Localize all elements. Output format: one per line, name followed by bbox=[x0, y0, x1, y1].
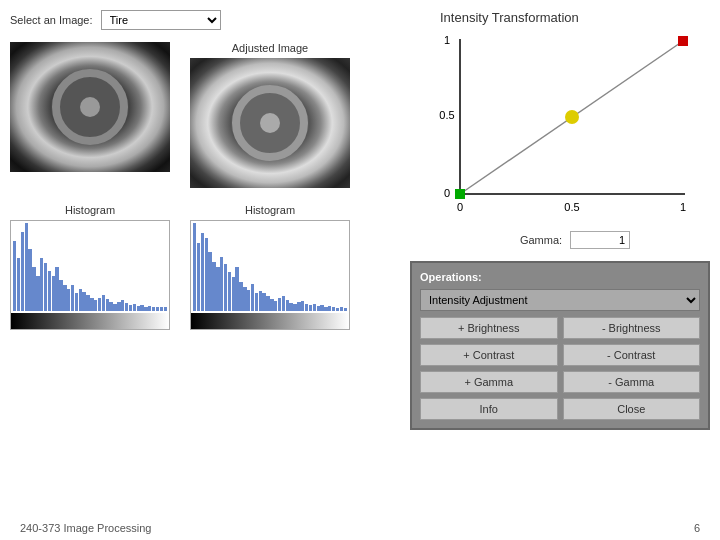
histogram-bar bbox=[201, 233, 204, 311]
histogram-bar bbox=[55, 267, 58, 311]
histogram-bar bbox=[67, 289, 70, 311]
operations-dropdown[interactable]: Intensity Adjustment Histogram Equalizat… bbox=[420, 289, 700, 311]
histogram1-label: Histogram bbox=[65, 204, 115, 216]
histogram-bar bbox=[336, 308, 339, 311]
histogram-bar bbox=[109, 302, 112, 311]
histogram-bar bbox=[52, 276, 55, 311]
histogram-bar bbox=[102, 295, 105, 311]
histogram-bar bbox=[317, 306, 320, 311]
histogram-bar bbox=[36, 276, 39, 311]
histogram-bar bbox=[297, 302, 300, 311]
close-button[interactable]: Close bbox=[563, 398, 701, 420]
histogram-bar bbox=[28, 249, 31, 311]
original-image-block bbox=[10, 42, 170, 172]
select-label: Select an Image: bbox=[10, 14, 93, 26]
histogram-bar bbox=[239, 282, 242, 311]
original-image bbox=[10, 42, 170, 172]
histogram-bar bbox=[160, 307, 163, 311]
histogram-bar bbox=[121, 300, 124, 311]
plus-contrast-button[interactable]: + Contrast bbox=[420, 344, 558, 366]
histogram-bar bbox=[113, 304, 116, 311]
histogram-bar bbox=[340, 307, 343, 311]
histograms-row: Histogram Histogram bbox=[10, 204, 400, 330]
histogram-bar bbox=[156, 307, 159, 311]
histogram-bar bbox=[247, 290, 250, 312]
adjusted-image-block: Adjusted Image bbox=[190, 42, 350, 188]
svg-rect-9 bbox=[455, 189, 465, 199]
histogram-bar bbox=[82, 292, 85, 311]
histogram1-area bbox=[10, 220, 170, 330]
histogram-bar bbox=[152, 307, 155, 311]
histogram-bar bbox=[259, 291, 262, 311]
minus-brightness-button[interactable]: - Brightness bbox=[563, 317, 701, 339]
histogram-bar bbox=[79, 289, 82, 311]
histogram-bar bbox=[90, 298, 93, 311]
histogram-bar bbox=[293, 304, 296, 311]
histogram-bar bbox=[75, 293, 78, 311]
histogram-bar bbox=[251, 284, 254, 311]
svg-text:0: 0 bbox=[457, 201, 463, 213]
histogram-bar bbox=[59, 280, 62, 311]
histogram-bar bbox=[86, 295, 89, 311]
histogram-bar bbox=[305, 304, 308, 311]
minus-gamma-button[interactable]: - Gamma bbox=[563, 371, 701, 393]
gamma-input[interactable] bbox=[570, 231, 630, 249]
histogram-bar bbox=[44, 263, 47, 311]
histogram-bar bbox=[282, 296, 285, 311]
info-button[interactable]: Info bbox=[420, 398, 558, 420]
histogram-bar bbox=[216, 267, 219, 311]
histogram2-label: Histogram bbox=[245, 204, 295, 216]
histogram-bar bbox=[309, 305, 312, 311]
histogram-bar bbox=[289, 303, 292, 311]
histogram-bar bbox=[243, 287, 246, 311]
histogram-bar bbox=[148, 306, 151, 311]
svg-point-10 bbox=[565, 110, 579, 124]
gamma-row: Gamma: bbox=[520, 231, 630, 249]
footer-page: 6 bbox=[694, 522, 700, 534]
histogram-bar bbox=[205, 238, 208, 311]
histogram-bar bbox=[137, 306, 140, 311]
histogram-bar bbox=[224, 264, 227, 311]
minus-contrast-button[interactable]: - Contrast bbox=[563, 344, 701, 366]
histogram-bar bbox=[262, 293, 265, 311]
histogram-bar bbox=[63, 285, 66, 311]
histogram-bar bbox=[25, 223, 28, 311]
svg-text:0: 0 bbox=[444, 187, 450, 199]
adjusted-image-label: Adjusted Image bbox=[232, 42, 308, 54]
plus-gamma-button[interactable]: + Gamma bbox=[420, 371, 558, 393]
histogram-bar bbox=[266, 296, 269, 311]
histogram-bar bbox=[232, 277, 235, 311]
image-select[interactable]: Tire Cameraman Lena bbox=[101, 10, 221, 30]
histogram-bar bbox=[197, 243, 200, 311]
histogram-bar bbox=[140, 305, 143, 311]
histogram-bar bbox=[313, 304, 316, 311]
histogram-bar bbox=[270, 299, 273, 311]
histogram-bar bbox=[94, 300, 97, 311]
histogram-bar bbox=[301, 301, 304, 311]
histogram-bar bbox=[208, 252, 211, 311]
intensity-svg: 1 0.5 0 0 0.5 1 bbox=[425, 29, 695, 229]
svg-text:0.5: 0.5 bbox=[439, 109, 454, 121]
footer: 240-373 Image Processing 6 bbox=[0, 522, 720, 534]
histogram-bar bbox=[235, 267, 238, 311]
histogram-bar bbox=[278, 298, 281, 311]
operations-panel: Operations: Intensity Adjustment Histogr… bbox=[410, 261, 710, 430]
histogram-bar bbox=[144, 307, 147, 311]
gradient-strip-1 bbox=[11, 313, 169, 329]
histogram-bar bbox=[320, 305, 323, 311]
histogram-bar bbox=[13, 241, 16, 311]
histogram-bar bbox=[40, 258, 43, 311]
histogram-bar bbox=[106, 299, 109, 311]
histogram-bar bbox=[193, 223, 196, 311]
histogram-bar bbox=[129, 305, 132, 311]
histogram-bar bbox=[117, 302, 120, 311]
histogram-bar bbox=[32, 267, 35, 311]
histogram-bar bbox=[332, 307, 335, 311]
svg-text:1: 1 bbox=[444, 34, 450, 46]
histogram-bar bbox=[344, 308, 347, 311]
gamma-label: Gamma: bbox=[520, 234, 562, 246]
plus-brightness-button[interactable]: + Brightness bbox=[420, 317, 558, 339]
histogram-bar bbox=[71, 285, 74, 311]
histogram-bar bbox=[274, 301, 277, 311]
adjusted-image bbox=[190, 58, 350, 188]
